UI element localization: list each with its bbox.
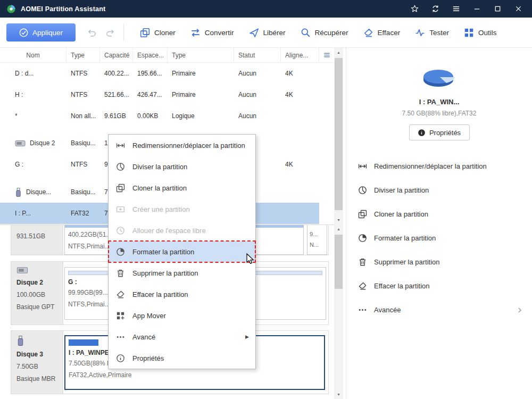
eraser-icon: [358, 281, 367, 290]
action-format-partition[interactable]: Formater la partition: [346, 226, 532, 250]
cell-nom: H :: [0, 91, 66, 98]
maximize-button[interactable]: [494, 5, 502, 13]
minimize-button[interactable]: [473, 5, 481, 13]
titlebar: AOMEI Partition Assistant: [0, 0, 532, 18]
properties-button[interactable]: Propriétés: [409, 124, 470, 140]
cell-capacite: 400.22...: [100, 70, 133, 77]
table-scrollbar[interactable]: ▲ ▼: [334, 48, 343, 225]
column-header-type-fs[interactable]: Type: [66, 48, 100, 62]
menu-item-resize-partition[interactable]: Redimensionner/déplacer la partition: [109, 135, 255, 156]
apply-button[interactable]: Appliquer: [6, 23, 76, 41]
disk-label[interactable]: Disque 2 100.00GB Basique GPT: [11, 262, 63, 325]
cell-type: Logique: [168, 112, 234, 120]
column-settings-icon[interactable]: [319, 48, 334, 62]
menu-item-properties[interactable]: Propriétés: [109, 347, 255, 369]
toolbar-button-effacer[interactable]: Effacer: [356, 22, 408, 43]
scrollbar-thumb[interactable]: [335, 235, 343, 289]
scroll-up-arrow-icon[interactable]: ▲: [334, 225, 343, 234]
trash-icon: [358, 257, 367, 267]
dots-icon: [116, 332, 125, 342]
scroll-up-arrow-icon[interactable]: ▲: [334, 48, 343, 57]
scroll-down-arrow-icon[interactable]: ▼: [334, 215, 343, 225]
partition-row[interactable]: H : NTFS 521.66... 426.47... Primaire Au…: [0, 84, 334, 105]
column-header-nom[interactable]: Nom: [0, 48, 66, 62]
action-resize-partition[interactable]: Redimensionner/déplacer la partition: [346, 154, 532, 178]
action-clone-partition[interactable]: Cloner la partition: [346, 202, 532, 226]
cell-fs: Non all...: [66, 112, 100, 120]
hamburger-menu-icon[interactable]: [452, 5, 460, 13]
cell-nom: D : d...: [0, 70, 66, 77]
convert-icon: [190, 28, 201, 38]
cell-aligne: 4K: [281, 161, 319, 168]
partition-box[interactable]: 9... N...: [307, 225, 327, 255]
action-wipe-partition[interactable]: Effacer la partition: [346, 274, 532, 298]
check-circle-icon: [19, 28, 28, 37]
app-mover-icon: [116, 311, 125, 320]
menu-item-clone-partition[interactable]: Cloner la partition: [109, 177, 255, 198]
cell-fs: NTFS: [66, 70, 100, 77]
action-list: Redimensionner/déplacer la partition Div…: [346, 154, 532, 322]
menu-item-app-mover[interactable]: App Mover: [109, 305, 255, 326]
volume-subtitle: 7.50 GB(88% libre),FAT32: [346, 110, 532, 117]
scrollbar-thumb[interactable]: [335, 58, 343, 210]
menu-item-format-partition[interactable]: Formater la partition: [109, 241, 255, 262]
disk-icon: [16, 266, 28, 275]
action-split-partition[interactable]: Diviser la partition: [346, 178, 532, 202]
partition-row[interactable]: * Non all... 9.61GB 0.00KB Logique Aucun: [0, 105, 334, 127]
toolbar-button-outils[interactable]: Outils: [456, 22, 504, 43]
action-advanced[interactable]: Avancée: [346, 298, 532, 322]
menu-item-allocate-free-space: Allouer de l'espace libre: [109, 220, 255, 241]
toolbar-button-recuperer[interactable]: Récupérer: [293, 22, 356, 43]
close-button[interactable]: [514, 5, 522, 13]
redo-icon[interactable]: [105, 28, 115, 38]
cell-type: Primaire: [168, 91, 234, 98]
column-header-type[interactable]: Type: [168, 48, 234, 62]
cell-fs: NTFS: [66, 161, 100, 168]
titlebar-controls: [411, 5, 526, 13]
cell-aligne: 4K: [281, 70, 319, 77]
toolbar-button-tester[interactable]: Tester: [408, 22, 456, 43]
menu-item-split-partition[interactable]: Diviser la partition: [109, 156, 255, 177]
disk-map-scrollbar[interactable]: ▲ ▼: [334, 225, 343, 399]
usb-icon: [16, 335, 24, 346]
tools-icon: [464, 28, 474, 38]
menu-item-wipe-partition[interactable]: Effacer la partition: [109, 284, 255, 305]
clone-icon: [140, 28, 150, 38]
disk-usage-pie-chart: [420, 64, 459, 90]
partition-row[interactable]: D : d... NTFS 400.22... 195.66... Primai…: [0, 63, 334, 84]
menu-item-delete-partition[interactable]: Supprimer la partition: [109, 262, 255, 284]
cell-statut: Aucun: [234, 112, 281, 120]
clone-icon: [116, 184, 125, 193]
info-icon: [116, 354, 125, 363]
cell-nom: G :: [0, 161, 66, 168]
menu-item-advanced[interactable]: Avancé ▶: [109, 326, 255, 347]
toolbar-button-convertir[interactable]: Convertir: [183, 22, 242, 43]
cell-espace: 0.00KB: [133, 112, 168, 120]
partition-size-text: 9...: [310, 231, 327, 237]
format-icon: [116, 247, 125, 256]
recover-icon: [301, 28, 311, 38]
undo-icon[interactable]: [87, 28, 97, 38]
scroll-down-arrow-icon[interactable]: ▼: [334, 390, 343, 399]
sync-icon[interactable]: [431, 5, 439, 13]
cell-type: Primaire: [168, 70, 234, 77]
column-header-espace[interactable]: Espace...: [133, 48, 168, 62]
column-header-aligne[interactable]: Aligne...: [281, 48, 319, 62]
column-header-statut[interactable]: Statut: [234, 48, 281, 62]
disk-label[interactable]: 931.51GB: [11, 225, 63, 255]
cell-fs: FAT32: [66, 210, 100, 217]
action-delete-partition[interactable]: Supprimer la partition: [346, 250, 532, 274]
partition-fs-text: FAT32,Active,Primaire: [69, 371, 324, 379]
toolbar-button-cloner[interactable]: Cloner: [132, 22, 183, 43]
test-icon: [415, 28, 425, 38]
star-icon[interactable]: [411, 5, 419, 13]
disk-size: 931.51GB: [16, 232, 61, 240]
cell-fs: Basiqu...: [66, 188, 100, 196]
toolbar-button-liberer[interactable]: Libérer: [242, 22, 293, 43]
disk-icon: [15, 139, 26, 147]
cell-nom: Disque 2: [0, 139, 66, 147]
disk-style: Basique MBR: [16, 375, 61, 383]
cell-espace: 195.66...: [133, 70, 168, 77]
column-header-capacite[interactable]: Capacité: [100, 48, 133, 62]
disk-label[interactable]: Disque 3 7.50GB Basique MBR: [11, 331, 63, 394]
